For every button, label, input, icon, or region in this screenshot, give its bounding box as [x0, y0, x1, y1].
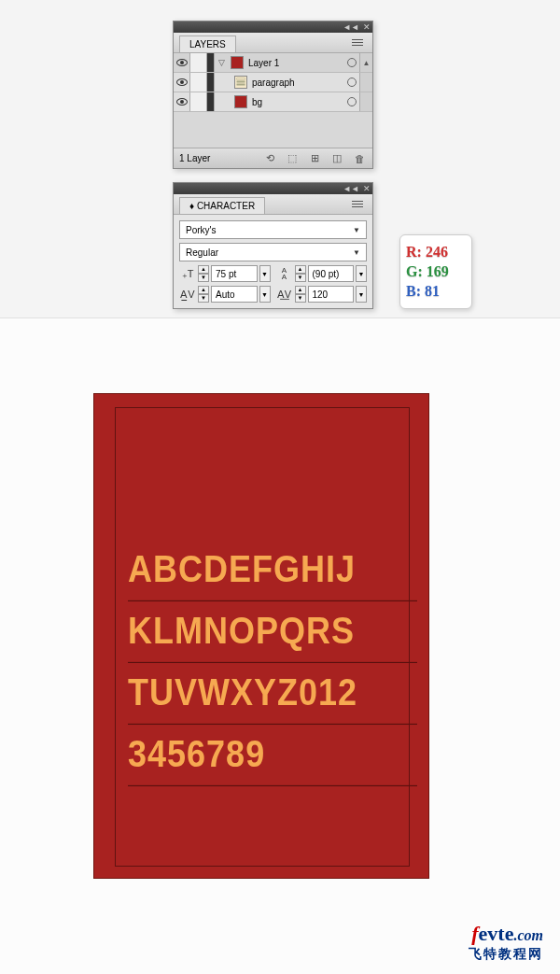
text-line-1: ABCDEFGHIJ [128, 539, 417, 601]
target-icon [347, 58, 357, 67]
watermark: fevte.com 飞特教程网 [469, 922, 543, 963]
lock-column[interactable] [190, 73, 207, 92]
leading-dropdown[interactable]: ▼ [356, 265, 367, 282]
new-sublayer-button[interactable]: ⊞ [307, 152, 322, 165]
make-clipping-button[interactable]: ⬚ [285, 152, 300, 165]
character-panel: ◄◄ ✕ ♦ CHARACTER Porky's ▼ Regular ▼ ₊T … [173, 182, 373, 309]
rgb-g-label: G: [406, 262, 423, 282]
panel-title[interactable]: ♦ CHARACTER [179, 197, 265, 214]
target-icon [347, 78, 357, 87]
eye-icon [176, 98, 188, 106]
kerning-input[interactable]: Auto [211, 286, 258, 303]
target-icon [347, 97, 357, 106]
edit-column[interactable] [207, 73, 215, 92]
text-line-3: TUVWXYZ012 [128, 662, 417, 725]
scroll-up[interactable]: ▲ [359, 53, 372, 72]
tracking-spinner[interactable]: ▲▼ [295, 286, 306, 303]
leading-input[interactable]: (90 pt) [308, 265, 355, 282]
watermark-url: fevte.com [469, 922, 543, 946]
close-icon[interactable]: ✕ [363, 185, 371, 193]
rgb-b-value: 81 [425, 282, 440, 302]
target-button[interactable] [344, 97, 359, 106]
panel-options-button[interactable] [352, 37, 367, 49]
font-style-dropdown[interactable]: Regular ▼ [179, 243, 367, 261]
layer-name[interactable]: bg [250, 97, 344, 107]
font-size-input[interactable]: 75 pt [211, 265, 258, 282]
artwork-text[interactable]: ABCDEFGHIJ KLMNOPQRS TUVWXYZ012 3456789 [128, 547, 417, 794]
leading-spinner[interactable]: ▲▼ [295, 265, 306, 282]
lock-column[interactable] [190, 53, 207, 72]
layer-count-label: 1 Layer [179, 153, 255, 163]
tracking-control: A͟V ▲▼ 120 ▼ [276, 286, 368, 303]
chevron-down-icon: ▼ [353, 226, 360, 234]
kerning-spinner[interactable]: ▲▼ [198, 286, 209, 303]
close-icon[interactable]: ✕ [363, 23, 371, 32]
kerning-icon: A̲V [179, 289, 196, 301]
tracking-input[interactable]: 120 [308, 286, 355, 303]
target-button[interactable] [344, 58, 359, 67]
text-line-4: 3456789 [128, 724, 417, 786]
rgb-r-value: 246 [426, 243, 448, 262]
target-button[interactable] [344, 78, 359, 87]
font-size-spinner[interactable]: ▲▼ [198, 265, 209, 282]
new-layer-button[interactable]: ◫ [329, 152, 344, 165]
tracking-icon: A͟V [276, 289, 293, 301]
panel-header: ♦ CHARACTER [174, 194, 372, 215]
visibility-toggle[interactable] [174, 53, 190, 72]
visibility-toggle[interactable] [174, 92, 190, 111]
leading-icon: AA [276, 267, 293, 280]
panel-tab-bar: ◄◄ ✕ [174, 21, 372, 33]
tracking-dropdown[interactable]: ▼ [356, 286, 367, 303]
layer-swatch [234, 95, 247, 108]
text-line-2: KLMNOPQRS [128, 600, 417, 663]
rgb-b-label: B: [406, 282, 421, 302]
kerning-dropdown[interactable]: ▼ [259, 286, 271, 303]
layers-footer: 1 Layer ⟲ ⬚ ⊞ ◫ 🗑 [174, 148, 372, 168]
rgb-g-row: G: 169 [406, 262, 466, 282]
panel-header: LAYERS [174, 33, 372, 53]
edit-column[interactable] [207, 92, 215, 111]
collapse-icon[interactable]: ◄◄ [343, 23, 359, 32]
rgb-b-row: B: 81 [406, 282, 466, 302]
font-size-control: ₊T ▲▼ 75 pt ▼ [179, 265, 271, 282]
locate-object-button[interactable]: ⟲ [262, 152, 277, 165]
font-family-value: Porky's [186, 225, 216, 235]
rgb-readout: R: 246 G: 169 B: 81 [399, 234, 472, 309]
layer-row[interactable]: paragraph [174, 73, 372, 92]
canvas-area: ABCDEFGHIJ KLMNOPQRS TUVWXYZ012 3456789 … [0, 318, 560, 974]
leading-control: AA ▲▼ (90 pt) ▼ [276, 265, 368, 282]
kerning-control: A̲V ▲▼ Auto ▼ [179, 286, 271, 303]
layers-panel: ◄◄ ✕ LAYERS ▽ Layer 1 ▲ paragraph [173, 21, 373, 169]
delete-layer-button[interactable]: 🗑 [352, 152, 367, 165]
watermark-text: 飞特教程网 [469, 946, 543, 963]
expand-toggle[interactable]: ▽ [215, 58, 228, 67]
chevron-down-icon: ▼ [353, 248, 360, 257]
lock-column[interactable] [190, 92, 207, 111]
eye-icon [176, 78, 188, 86]
layer-name[interactable]: paragraph [250, 78, 344, 88]
font-family-dropdown[interactable]: Porky's ▼ [179, 220, 367, 239]
panel-tab-bar: ◄◄ ✕ [174, 183, 372, 194]
layer-row[interactable]: ▽ Layer 1 ▲ [174, 53, 372, 73]
rgb-r-label: R: [406, 243, 422, 262]
layer-name[interactable]: Layer 1 [246, 58, 344, 68]
eye-icon [176, 59, 188, 66]
layers-list: ▽ Layer 1 ▲ paragraph bg [174, 53, 372, 148]
font-size-dropdown[interactable]: ▼ [259, 265, 271, 282]
panel-title[interactable]: LAYERS [179, 35, 236, 52]
rgb-g-value: 169 [427, 262, 449, 282]
edit-column[interactable] [207, 53, 215, 72]
scroll-track[interactable] [359, 73, 372, 92]
font-size-icon: ₊T [179, 268, 196, 280]
artboard[interactable]: ABCDEFGHIJ KLMNOPQRS TUVWXYZ012 3456789 [93, 393, 429, 879]
collapse-icon[interactable]: ◄◄ [343, 185, 359, 193]
layers-empty-area [174, 112, 372, 148]
rgb-r-row: R: 246 [406, 243, 466, 262]
layer-swatch [234, 76, 247, 89]
panel-options-button[interactable] [352, 199, 367, 210]
layer-swatch [231, 56, 244, 69]
scroll-track[interactable] [359, 92, 372, 111]
layer-row[interactable]: bg [174, 92, 372, 112]
visibility-toggle[interactable] [174, 73, 190, 92]
character-body: Porky's ▼ Regular ▼ ₊T ▲▼ 75 pt ▼ AA ▲▼ … [174, 215, 372, 308]
